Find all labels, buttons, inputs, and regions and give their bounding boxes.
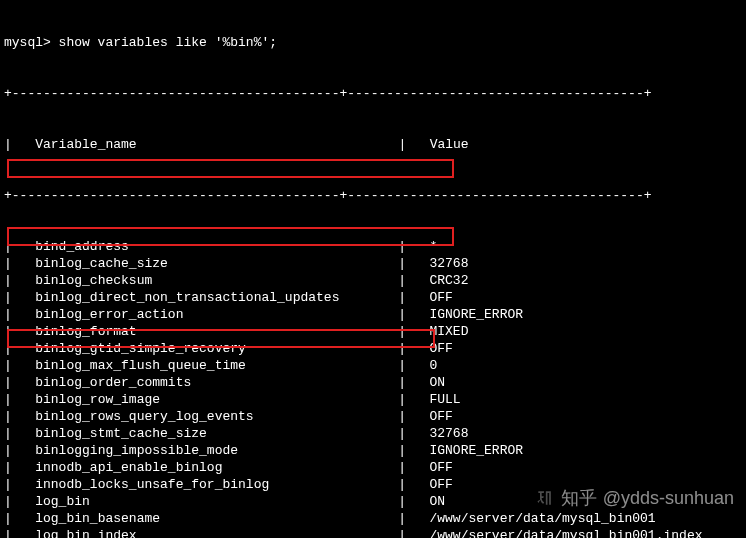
value-cell: ON — [429, 493, 445, 510]
value-cell: /www/server/data/mysql_bin001 — [429, 510, 655, 527]
variable-name-cell: binlog_order_commits — [35, 374, 398, 391]
value-cell: 32768 — [429, 255, 468, 272]
table-row: | binlog_direct_non_transactional_update… — [4, 289, 742, 306]
value-cell: IGNORE_ERROR — [429, 442, 523, 459]
value-cell: OFF — [429, 289, 452, 306]
table-row: | binlog_format| MIXED — [4, 323, 742, 340]
value-cell: IGNORE_ERROR — [429, 306, 523, 323]
value-cell: * — [429, 238, 437, 255]
value-cell: CRC32 — [429, 272, 468, 289]
table-row: | binlog_max_flush_queue_time| 0 — [4, 357, 742, 374]
table-row: | binlog_stmt_cache_size| 32768 — [4, 425, 742, 442]
variable-name-cell: bind_address — [35, 238, 398, 255]
table-row: | binlog_row_image| FULL — [4, 391, 742, 408]
table-row: | binlog_error_action| IGNORE_ERROR — [4, 306, 742, 323]
value-cell: FULL — [429, 391, 460, 408]
variable-name-cell: binlogging_impossible_mode — [35, 442, 398, 459]
variable-name-cell: binlog_gtid_simple_recovery — [35, 340, 398, 357]
value-cell: OFF — [429, 476, 452, 493]
value-cell: /www/server/data/mysql_bin001.index — [429, 527, 702, 538]
variable-name-cell: binlog_cache_size — [35, 255, 398, 272]
variable-name-cell: binlog_rows_query_log_events — [35, 408, 398, 425]
table-row: | binlog_order_commits| ON — [4, 374, 742, 391]
variable-name-cell: binlog_max_flush_queue_time — [35, 357, 398, 374]
header-variable-name: Variable_name — [20, 136, 391, 153]
variable-name-cell: innodb_api_enable_binlog — [35, 459, 398, 476]
value-cell: OFF — [429, 340, 452, 357]
variable-name-cell: binlog_stmt_cache_size — [35, 425, 398, 442]
table-header-row: | Variable_name | Value — [4, 136, 742, 153]
value-cell: OFF — [429, 459, 452, 476]
variable-name-cell: log_bin_index — [35, 527, 398, 538]
variable-name-cell: log_bin_basename — [35, 510, 398, 527]
value-cell: 32768 — [429, 425, 468, 442]
variable-name-cell: innodb_locks_unsafe_for_binlog — [35, 476, 398, 493]
table-row: | binlog_cache_size| 32768 — [4, 255, 742, 272]
variable-name-cell: binlog_format — [35, 323, 398, 340]
variable-name-cell: binlog_checksum — [35, 272, 398, 289]
table-row: | innodb_locks_unsafe_for_binlog| OFF — [4, 476, 742, 493]
mysql-terminal: mysql> show variables like '%bin%'; +---… — [0, 0, 746, 538]
table-row: | log_bin_basename| /www/server/data/mys… — [4, 510, 742, 527]
variable-name-cell: log_bin — [35, 493, 398, 510]
table-row: | binlogging_impossible_mode| IGNORE_ERR… — [4, 442, 742, 459]
divider-top: +---------------------------------------… — [4, 85, 742, 102]
variable-name-cell: binlog_direct_non_transactional_updates — [35, 289, 398, 306]
value-cell: 0 — [429, 357, 437, 374]
table-row: | binlog_checksum| CRC32 — [4, 272, 742, 289]
table-row: | bind_address| * — [4, 238, 742, 255]
table-row: | log_bin| ON — [4, 493, 742, 510]
value-cell: OFF — [429, 408, 452, 425]
table-row: | binlog_gtid_simple_recovery| OFF — [4, 340, 742, 357]
sql-prompt: mysql> show variables like '%bin%'; — [4, 34, 742, 51]
value-cell: ON — [429, 374, 445, 391]
value-cell: MIXED — [429, 323, 468, 340]
header-value: Value — [414, 136, 469, 153]
variable-name-cell: binlog_row_image — [35, 391, 398, 408]
table-row: | log_bin_index| /www/server/data/mysql_… — [4, 527, 742, 538]
table-row: | innodb_api_enable_binlog| OFF — [4, 459, 742, 476]
divider-header: +---------------------------------------… — [4, 187, 742, 204]
table-row: | binlog_rows_query_log_events| OFF — [4, 408, 742, 425]
variable-name-cell: binlog_error_action — [35, 306, 398, 323]
